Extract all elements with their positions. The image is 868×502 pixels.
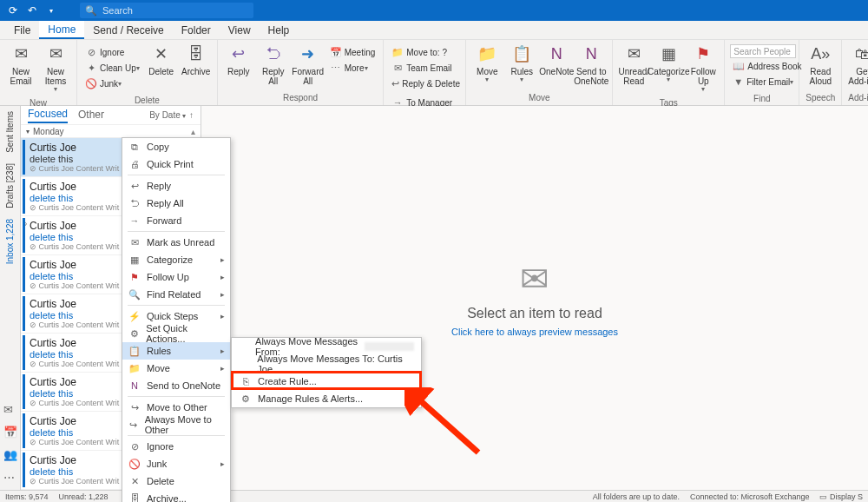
archive-button[interactable]: 🗄Archive [179,43,214,78]
delete-button[interactable]: ✕Delete [144,43,179,78]
create-rule-icon: ⎘ [239,376,253,386]
ctx-reply-all[interactable]: ⮌Reply All [122,195,230,212]
get-addins-button[interactable]: 🛍Get Add-ins [845,43,868,88]
reply-all-icon: ⮌ [262,44,285,65]
manage-rules-icon: ⚙ [239,393,253,405]
ctx-send-to-onenote[interactable]: NSend to OneNote [122,377,230,394]
ctx-mark-unread[interactable]: ✉Mark as Unread [122,234,230,251]
respond-meeting-button[interactable]: 📅Meeting [327,44,378,60]
new-items-button[interactable]: ✉New Items [38,43,73,96]
date-group-header[interactable]: ▾ Monday ▴ [21,125,201,138]
menu-view[interactable]: View [220,21,260,39]
mail-nav-icon[interactable]: ✉ [3,403,17,417]
ribbon-group-respond: ↩Reply ⮌Reply All ➜Forward All 📅Meeting … [218,40,385,105]
rules-button[interactable]: 📋Rules [504,43,539,86]
forward-button[interactable]: ➜Forward All [291,43,326,88]
menu-file[interactable]: File [5,21,39,39]
undo-icon[interactable]: ↶ [24,3,40,18]
search-box[interactable]: 🔍 Search [80,3,253,18]
qs-moveto[interactable]: 📁Move to: ? [389,44,460,60]
ignore-button[interactable]: ⊘Ignore [82,44,142,60]
ribbon-group-quicksteps: 📁Move to: ? ✉Team Email ↩Reply & Delete … [384,40,466,105]
ctx-delete[interactable]: ✕Delete [122,472,230,490]
sub-manage-rules[interactable]: ⚙Manage Rules & Alerts... [232,390,421,407]
respond-more-button[interactable]: ⋯More [327,60,378,76]
people-nav-icon[interactable]: 👥 [3,448,17,462]
ctx-archive[interactable]: 🗄Archive... [122,490,230,502]
speaker-icon: A» [809,44,832,65]
ctx-move[interactable]: 📁Move▸ [122,360,230,377]
ctx-quick-steps[interactable]: ⚡Quick Steps▸ [122,307,230,325]
ctx-rules[interactable]: 📋Rules▸ [122,342,230,360]
sub-create-rule[interactable]: ⎘Create Rule... [232,373,421,390]
calendar-nav-icon[interactable]: 📅 [3,426,17,439]
search-people-input[interactable]: Search People [730,44,796,58]
qat-dropdown-icon[interactable]: ▾ [43,3,59,18]
ctx-categorize[interactable]: ▦Categorize▸ [122,251,230,268]
address-book-button[interactable]: 📖Address Book [730,58,796,74]
refresh-icon[interactable]: ⟳ [5,3,21,18]
menu-help[interactable]: Help [260,21,299,39]
sort-arrow-icon[interactable]: ↑ [189,110,194,120]
copy-icon: ⧉ [128,142,141,153]
ribbon-group-speech: A»Read Aloud Speech [799,40,842,105]
new-email-button[interactable]: ✉New Email [3,43,38,88]
junk-icon: 🚫 [128,459,141,470]
cleanup-button[interactable]: ✦Clean Up [82,60,142,76]
ctx-ignore[interactable]: ⊘Ignore [122,438,230,455]
tab-focused[interactable]: Focused [28,108,68,123]
tab-other[interactable]: Other [78,109,104,122]
ctx-move-to-other[interactable]: ↪Move to Other [122,399,230,416]
junk-button[interactable]: 🚫Junk [82,76,142,91]
rules-icon: 📋 [510,44,533,65]
unread-bar [23,179,25,214]
qs-teamemail[interactable]: ✉Team Email [389,60,460,76]
vtab-inbox[interactable]: Inbox 1,228 [3,214,16,269]
categorize-icon: ▦ [128,254,141,266]
envelope-new-icon: ✉ [44,44,67,65]
onenote-button[interactable]: NOneNote [539,43,574,78]
status-unread: Unread: 1,228 [59,492,108,501]
unread-bar [23,218,25,253]
sort-dropdown[interactable]: By Date [149,110,186,120]
folder-rail: Sent Items Drafts [238] Inbox 1,228 ✉ 📅 … [0,106,21,490]
ctx-always-move-other[interactable]: ↪Always Move to Other [122,416,230,433]
reading-preview-link[interactable]: Click here to always preview messages [451,327,618,337]
vtab-drafts[interactable]: Drafts [238] [3,158,16,214]
ctx-forward[interactable]: →Forward [122,212,230,229]
menu-folder[interactable]: Folder [173,21,220,39]
search-icon: 🔍 [128,289,141,301]
read-aloud-button[interactable]: A»Read Aloud [803,43,838,88]
sendto-onenote-button[interactable]: NSend to OneNote [574,43,608,88]
reply-all-button[interactable]: ⮌Reply All [256,43,291,88]
ctx-followup[interactable]: ⚑Follow Up▸ [122,268,230,286]
status-connected: Connected to: Microsoft Exchange [690,492,810,501]
filter-email-button[interactable]: ▼Filter Email [730,74,796,89]
ctx-copy[interactable]: ⧉Copy [122,138,230,155]
followup-button[interactable]: ⚑Follow Up [686,43,720,96]
flag-icon: ⚑ [128,272,141,283]
lightning-icon: ⚡ [128,311,141,322]
sub-always-from[interactable]: Always Move Messages From: [232,338,421,355]
print-icon: 🖨 [128,159,141,169]
sub-always-to[interactable]: Always Move Messages To: Curtis Joe [232,355,421,373]
reply-button[interactable]: ↩Reply [221,43,256,78]
reply-icon: ↩ [227,44,250,65]
vtab-sent[interactable]: Sent Items [3,106,16,158]
group-collapse-icon[interactable]: ▴ [191,127,195,136]
status-display[interactable]: ▭ Display S [819,492,863,501]
ctx-find-related[interactable]: 🔍Find Related▸ [122,286,230,303]
more-nav-icon[interactable]: ⋯ [3,471,17,485]
ctx-reply[interactable]: ↩Reply [122,177,230,195]
ctx-quickprint[interactable]: 🖨Quick Print [122,155,230,173]
menu-home[interactable]: Home [39,21,84,39]
qs-replydelete[interactable]: ↩Reply & Delete [389,76,460,91]
categorize-button[interactable]: ▦Categorize [651,43,686,86]
ctx-junk[interactable]: 🚫Junk▸ [122,455,230,472]
chevron-down-icon: ▾ [26,128,30,135]
menu-send-receive[interactable]: Send / Receive [84,21,172,39]
ribbon-group-delete: ⊘Ignore ✦Clean Up 🚫Junk ✕Delete 🗄Archive… [77,40,218,105]
ctx-set-quick-actions[interactable]: ⚙Set Quick Actions... [122,325,230,342]
move-button[interactable]: 📁Move [470,43,504,86]
unread-button[interactable]: ✉Unread/ Read [616,43,651,88]
